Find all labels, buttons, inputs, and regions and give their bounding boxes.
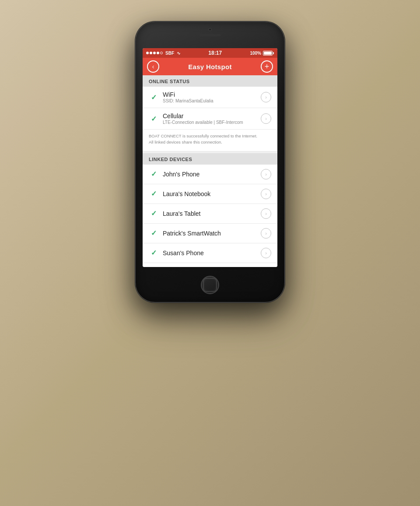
lauras-tablet-text: Laura's Tablet <box>163 210 261 217</box>
add-button[interactable]: + <box>261 60 273 73</box>
lauras-notebook-chevron[interactable]: › <box>261 189 271 199</box>
signal-dot-3 <box>153 52 156 54</box>
back-icon: ‹ <box>152 63 154 70</box>
battery-tip <box>273 52 274 54</box>
content-area: ONLINE STATUS ✓ WiFi SSID: MarinaSantaEu… <box>143 75 277 267</box>
johns-phone-chevron[interactable]: › <box>261 169 271 179</box>
phone-content: SBF ∿ 18:17 100% ‹ <box>143 48 277 267</box>
cellular-chevron[interactable]: › <box>261 113 271 124</box>
device-item-patricks-smartwatch[interactable]: ✓ Patrick's SmartWatch › <box>143 224 277 243</box>
susans-phone-check-icon: ✓ <box>149 249 158 257</box>
online-status-header: ONLINE STATUS <box>143 75 277 87</box>
device-item-lauras-tablet[interactable]: ✓ Laura's Tablet › <box>143 204 277 224</box>
online-info-content: BOAT CONNECT is successfully connected t… <box>149 134 257 144</box>
lauras-tablet-checkmark: ✓ <box>151 209 157 218</box>
lauras-tablet-check-icon: ✓ <box>149 209 158 218</box>
carrier-label: SBF <box>165 51 174 56</box>
cellular-check-icon: ✓ <box>149 115 158 123</box>
scene: SBF ∿ 18:17 100% ‹ <box>0 0 420 506</box>
wifi-checkmark: ✓ <box>151 93 157 102</box>
wifi-check-icon: ✓ <box>149 93 158 102</box>
device-item-susans-phone[interactable]: ✓ Susan's Phone › <box>143 243 277 263</box>
cellular-checkmark: ✓ <box>151 115 157 123</box>
speaker <box>199 34 221 36</box>
nav-title: Easy Hotspot <box>188 63 231 70</box>
linked-devices-header: LINKED DEVICES <box>143 153 277 165</box>
signal-dot-1 <box>146 52 149 54</box>
signal-dot-4 <box>157 52 159 54</box>
lauras-notebook-check-icon: ✓ <box>149 190 158 198</box>
wifi-item[interactable]: ✓ WiFi SSID: MarinaSantaEulalia › <box>143 87 277 108</box>
susans-phone-checkmark: ✓ <box>151 249 157 257</box>
lauras-tablet-title: Laura's Tablet <box>163 210 261 217</box>
wifi-chevron[interactable]: › <box>261 92 271 102</box>
signal-dot-2 <box>150 52 152 54</box>
patricks-smartwatch-check-icon: ✓ <box>149 229 158 237</box>
patricks-smartwatch-text: Patrick's SmartWatch <box>163 230 261 237</box>
battery-icon <box>263 51 274 56</box>
footer-area: All devices are protected by theBOAT CON… <box>143 263 277 267</box>
status-left: SBF ∿ <box>146 51 180 56</box>
home-button[interactable] <box>201 276 219 294</box>
cellular-subtitle: LTE-Connection available | SBF-Intercom <box>163 120 261 125</box>
battery-fill <box>264 52 272 55</box>
patricks-smartwatch-chevron[interactable]: › <box>261 228 271 239</box>
susans-phone-text: Susan's Phone <box>163 249 261 257</box>
device-item-lauras-notebook[interactable]: ✓ Laura's Notebook › <box>143 184 277 204</box>
wifi-symbol: ∿ <box>177 51 180 56</box>
battery-body <box>263 51 273 56</box>
wifi-title: WiFi <box>163 91 261 98</box>
susans-phone-title: Susan's Phone <box>163 249 261 257</box>
johns-phone-checkmark: ✓ <box>151 170 157 178</box>
nav-bar: ‹ Easy Hotspot + <box>143 58 277 75</box>
back-button[interactable]: ‹ <box>147 60 159 73</box>
wifi-text: WiFi SSID: MarinaSantaEulalia <box>163 91 261 103</box>
johns-phone-text: John's Phone <box>163 171 261 178</box>
cellular-text: Cellular LTE-Connection available | SBF-… <box>163 112 261 125</box>
cellular-item[interactable]: ✓ Cellular LTE-Connection available | SB… <box>143 108 277 130</box>
add-icon: + <box>265 63 270 70</box>
online-info-text: BOAT CONNECT is successfully connected t… <box>143 130 277 151</box>
johns-phone-check-icon: ✓ <box>149 170 158 178</box>
susans-phone-chevron[interactable]: › <box>261 248 271 258</box>
lauras-tablet-chevron[interactable]: › <box>261 208 271 219</box>
cellular-title: Cellular <box>163 112 261 119</box>
camera <box>209 28 212 31</box>
phone-shell: SBF ∿ 18:17 100% ‹ <box>136 22 284 302</box>
signal-dot-5 <box>160 52 163 54</box>
status-bar: SBF ∿ 18:17 100% <box>143 48 277 58</box>
battery-percent: 100% <box>250 51 261 56</box>
patricks-smartwatch-checkmark: ✓ <box>151 229 157 237</box>
johns-phone-title: John's Phone <box>163 171 261 178</box>
time-label: 18:17 <box>208 50 222 56</box>
patricks-smartwatch-title: Patrick's SmartWatch <box>163 230 261 237</box>
lauras-notebook-title: Laura's Notebook <box>163 190 261 197</box>
lauras-notebook-text: Laura's Notebook <box>163 190 261 197</box>
status-right: 100% <box>250 51 274 56</box>
wifi-subtitle: SSID: MarinaSantaEulalia <box>163 98 261 103</box>
signal-dots <box>146 52 163 54</box>
home-button-inner <box>203 278 217 292</box>
device-item-johns-phone[interactable]: ✓ John's Phone › <box>143 165 277 184</box>
lauras-notebook-checkmark: ✓ <box>151 190 157 198</box>
